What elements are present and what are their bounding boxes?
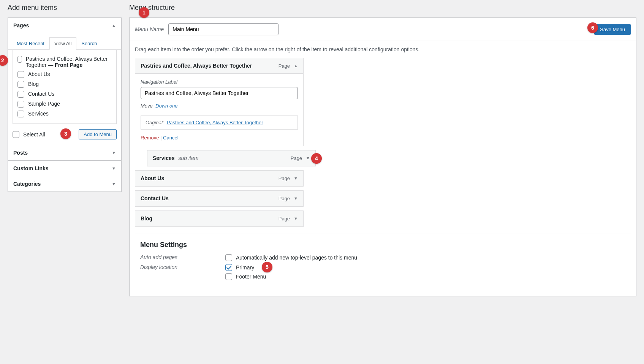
caret-down-icon: ▼	[306, 156, 310, 160]
categories-accordion-label: Categories	[13, 181, 41, 187]
footer-location-checkbox[interactable]	[225, 273, 232, 280]
drag-instruction: Drag each item into the order you prefer…	[130, 41, 636, 58]
page-label: Blog	[28, 81, 39, 87]
menu-item-expanded[interactable]: Pastries and Coffee, Always Better Toget…	[135, 58, 304, 146]
page-checkbox[interactable]	[17, 101, 24, 108]
auto-add-label: Auto add pages	[140, 254, 220, 260]
page-checkbox[interactable]	[17, 111, 24, 117]
posts-accordion-label: Posts	[13, 150, 28, 156]
menu-item-type: Page	[291, 155, 302, 161]
menu-settings-heading: Menu Settings	[140, 241, 625, 249]
auto-add-option: Automatically add new top-level pages to…	[236, 255, 357, 261]
tab-search[interactable]: Search	[76, 37, 102, 50]
save-menu-button[interactable]: Save Menu	[594, 24, 631, 35]
pages-list: Pastries and Coffee, Always Better Toget…	[13, 50, 117, 124]
page-label: Contact Us	[28, 91, 54, 97]
page-label: Services	[28, 111, 49, 117]
caret-up-icon: ▲	[294, 63, 298, 68]
page-row: About Us	[17, 70, 112, 79]
page-checkbox[interactable]	[17, 81, 24, 88]
menu-item[interactable]: About Us Page ▼	[135, 170, 304, 187]
caret-down-icon: ▼	[294, 216, 298, 221]
page-row: Services	[17, 109, 112, 119]
menu-item-type: Page	[278, 176, 290, 181]
menu-item[interactable]: Services sub item Page ▼	[147, 150, 316, 166]
navigation-label-input[interactable]	[141, 87, 298, 99]
caret-down-icon: ▼	[112, 182, 116, 186]
primary-location-checkbox[interactable]	[225, 264, 232, 271]
pages-accordion-label: Pages	[13, 22, 29, 28]
original-label: Original:	[146, 120, 164, 125]
menu-item-header[interactable]: Contact Us Page ▼	[135, 191, 303, 206]
pages-tabs: Most Recent View All Search	[8, 37, 121, 50]
footer-location-label: Footer Menu	[236, 274, 266, 280]
primary-location-label: Primary	[236, 264, 254, 271]
menu-item-subtitle: sub item	[179, 155, 199, 161]
tab-most-recent[interactable]: Most Recent	[12, 37, 49, 50]
pages-accordion-toggle[interactable]: Pages ▲	[8, 18, 121, 33]
custom-links-accordion: Custom Links ▼	[8, 160, 122, 176]
menu-item-type: Page	[278, 196, 290, 201]
menu-item-header[interactable]: Blog Page ▼	[135, 211, 303, 226]
page-label: Pastries and Coffee, Always Better Toget…	[26, 56, 112, 68]
original-link[interactable]: Pastries and Coffee, Always Better Toget…	[167, 120, 263, 125]
categories-accordion: Categories ▼	[8, 176, 122, 192]
menu-item[interactable]: Blog Page ▼	[135, 210, 304, 227]
categories-accordion-toggle[interactable]: Categories ▼	[8, 176, 121, 191]
caret-down-icon: ▼	[112, 150, 116, 155]
page-checkbox[interactable]	[17, 91, 24, 98]
menu-structure-heading: Menu structure	[129, 4, 636, 12]
menu-item-title: Contact Us	[141, 195, 169, 201]
annotation-badge-2: 2	[0, 55, 8, 66]
annotation-badge-5: 5	[262, 262, 272, 272]
caret-down-icon: ▼	[294, 196, 298, 201]
tab-view-all[interactable]: View All	[49, 37, 76, 50]
auto-add-checkbox[interactable]	[225, 254, 232, 261]
menu-item-header[interactable]: Services sub item Page ▼	[147, 150, 315, 166]
menu-item-title: About Us	[141, 175, 164, 181]
move-label: Move	[141, 103, 153, 109]
annotation-badge-1: 1	[139, 7, 149, 18]
custom-links-accordion-label: Custom Links	[13, 165, 49, 171]
page-row: Blog	[17, 79, 112, 89]
move-down-link[interactable]: Down one	[155, 103, 178, 109]
menu-item[interactable]: Contact Us Page ▼	[135, 190, 304, 207]
page-row: Sample Page	[17, 99, 112, 109]
page-label: About Us	[28, 71, 50, 77]
pages-accordion: Pages ▲ Most Recent View All Search 2 Pa…	[8, 17, 122, 145]
page-label: Sample Page	[28, 101, 60, 107]
navigation-label-heading: Navigation Label	[141, 79, 298, 85]
select-all-checkbox[interactable]	[13, 131, 19, 138]
menu-item-type: Page	[278, 216, 290, 222]
add-to-menu-button[interactable]: Add to Menu	[79, 129, 117, 139]
menu-item-title: Blog	[141, 215, 152, 222]
menu-item-header[interactable]: Pastries and Coffee, Always Better Toget…	[135, 58, 303, 74]
cancel-link[interactable]: Cancel	[163, 135, 178, 141]
page-checkbox[interactable]	[17, 71, 24, 78]
annotation-badge-6: 6	[587, 22, 598, 33]
menu-item-header[interactable]: About Us Page ▼	[135, 171, 303, 186]
annotation-badge-3: 3	[60, 128, 71, 139]
remove-link[interactable]: Remove	[141, 135, 159, 141]
add-menu-items-heading: Add menu items	[8, 4, 122, 12]
menu-item-type: Page	[278, 63, 290, 69]
caret-down-icon: ▼	[294, 176, 298, 180]
menu-item-title: Services	[153, 155, 175, 161]
caret-down-icon: ▼	[112, 166, 116, 171]
caret-up-icon: ▲	[112, 23, 116, 28]
posts-accordion-toggle[interactable]: Posts ▼	[8, 145, 121, 160]
menu-name-input[interactable]	[168, 23, 278, 35]
custom-links-accordion-toggle[interactable]: Custom Links ▼	[8, 161, 121, 176]
annotation-badge-4: 4	[311, 153, 322, 164]
page-checkbox[interactable]	[17, 56, 22, 63]
select-all-label: Select All	[23, 131, 45, 138]
page-row: Pastries and Coffee, Always Better Toget…	[17, 54, 112, 70]
menu-name-label: Menu Name	[135, 26, 164, 32]
page-row: Contact Us	[17, 89, 112, 99]
posts-accordion: Posts ▼	[8, 145, 122, 161]
display-location-label: Display location	[140, 264, 220, 270]
menu-item-title: Pastries and Coffee, Always Better Toget…	[141, 63, 252, 69]
